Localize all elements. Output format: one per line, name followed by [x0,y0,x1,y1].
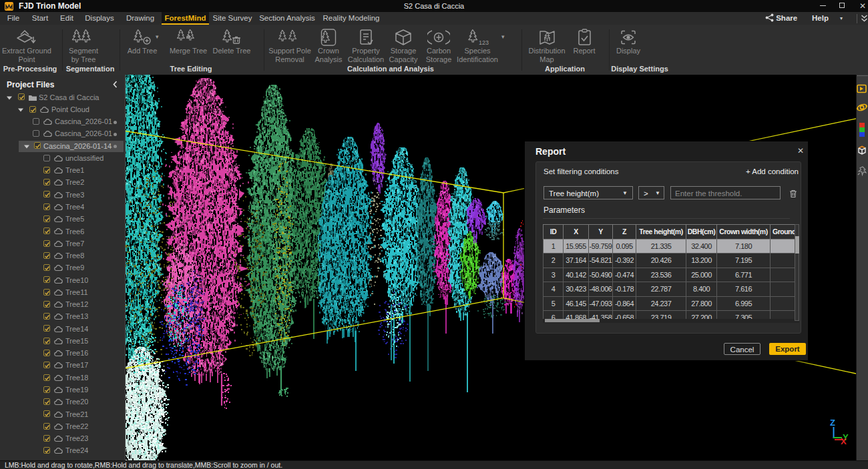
svg-text:123: 123 [479,39,489,46]
svg-text:X: X [841,436,847,446]
svg-text:Z: Z [830,418,835,428]
